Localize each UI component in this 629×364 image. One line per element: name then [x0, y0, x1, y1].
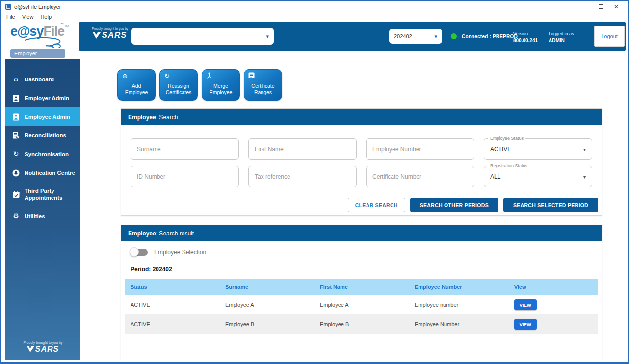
- menu-file[interactable]: File: [6, 14, 15, 20]
- sidebar-item-employer-admin[interactable]: Employer Admin: [5, 89, 80, 107]
- sidebar-item-third-party-appointments[interactable]: Third Party Appointments: [5, 182, 80, 207]
- logo-file-text: File~: [43, 24, 64, 39]
- certificate-icon: [248, 72, 255, 79]
- id-card-icon: [12, 94, 20, 102]
- certificate-number-input[interactable]: [366, 166, 474, 187]
- connection-status-text: Connected : PREPROD: [462, 34, 518, 39]
- maximize-button[interactable]: [599, 4, 603, 10]
- column-header-first-name: First Name: [314, 284, 409, 290]
- table-header-row: Status Surname First Name Employee Numbe…: [125, 279, 598, 295]
- sidebar-footer-sars-logo: Proudly brought to you by SARS: [5, 341, 80, 354]
- calendar-icon: [12, 190, 20, 198]
- column-header-surname: Surname: [219, 284, 314, 290]
- menu-help[interactable]: Help: [40, 14, 52, 20]
- merge-employee-button[interactable]: MergeEmployee: [202, 69, 240, 101]
- surname-input[interactable]: [131, 138, 239, 160]
- sidebar: ⌂ Dashboard Employer Admin Employee Admi…: [5, 59, 80, 360]
- sars-chevron-icon: [27, 346, 34, 352]
- search-selected-period-button[interactable]: SEARCH SELECTED PERIOD: [503, 198, 598, 212]
- gear-icon: ⚙: [12, 212, 20, 220]
- close-button[interactable]: ✕: [614, 4, 619, 10]
- clear-search-button[interactable]: CLEAR SEARCH: [348, 198, 405, 212]
- employee-status-label: Employee Status: [488, 136, 525, 141]
- logged-in-label: Logged in as:: [549, 31, 575, 37]
- cell-status: ACTIVE: [125, 321, 219, 327]
- search-other-periods-button[interactable]: SEARCH OTHER PERIODS: [410, 198, 498, 212]
- cell-surname: Employee B: [219, 321, 314, 327]
- chevron-down-icon: ▾: [434, 33, 437, 40]
- company-select[interactable]: ▾: [131, 28, 274, 45]
- registration-status-value: ALL: [490, 173, 500, 180]
- panel-title: Employee: [128, 230, 156, 237]
- employee-number-input[interactable]: [366, 138, 474, 160]
- registration-status-label: Registration Status: [488, 163, 529, 168]
- logo-tm-mark: TM: [64, 24, 68, 27]
- results-table: Status Surname First Name Employee Numbe…: [125, 279, 598, 334]
- id-number-input[interactable]: [131, 166, 239, 187]
- employee-search-result-panel-header: Employee : Search result: [121, 225, 602, 241]
- document-icon: [12, 131, 20, 139]
- table-row: ACTIVE Employee B Employee B Employee Nu…: [125, 314, 598, 334]
- toggle-knob: [130, 247, 139, 257]
- view-button[interactable]: VIEW: [514, 319, 537, 330]
- employee-selection-row: Employee Selection: [131, 249, 602, 256]
- add-employee-button[interactable]: ⊕ AddEmployee: [117, 69, 156, 101]
- action-button-row: ⊕ AddEmployee ↻ ReassignCertificates Mer…: [117, 69, 282, 101]
- employer-badge: Employer: [10, 49, 65, 58]
- easyfile-logo: e@syFile~TM Employer: [10, 24, 78, 58]
- sidebar-item-notification-centre[interactable]: Third Party Appointments Notification Ce…: [5, 163, 80, 182]
- top-header-band: Proudly brought to you by SARS ▾ 202402 …: [79, 22, 626, 51]
- cell-employee-number: Employee Number: [409, 321, 508, 327]
- panel-title: Employee: [128, 114, 156, 121]
- home-icon: ⌂: [12, 76, 20, 83]
- minimize-button[interactable]: –: [584, 4, 588, 10]
- sars-chevron-icon: [93, 32, 101, 39]
- maximize-icon: [599, 4, 603, 9]
- sars-tagline: Proudly brought to you by: [92, 27, 128, 30]
- version-label: Version:: [513, 31, 538, 37]
- logged-in-value: ADMIN: [549, 37, 575, 44]
- window-title: e@syFile Employer: [14, 4, 61, 10]
- certificate-ranges-button[interactable]: CertificateRanges: [244, 69, 282, 101]
- sidebar-item-employee-admin[interactable]: Employee Admin: [5, 107, 80, 126]
- person-icon: [206, 72, 213, 79]
- employee-selection-toggle[interactable]: [131, 249, 148, 256]
- connection-status-dot: [451, 33, 457, 39]
- refresh-icon: ↻: [163, 72, 171, 79]
- cell-surname: Employee A: [219, 302, 314, 308]
- menu-view[interactable]: View: [22, 14, 34, 20]
- sidebar-item-label: Employee Admin: [25, 113, 70, 120]
- id-card-icon: [12, 113, 20, 121]
- period-select[interactable]: 202402 ▾: [389, 29, 442, 44]
- app-icon: [5, 4, 11, 10]
- sidebar-item-label: Notification Centre: [25, 169, 75, 176]
- sidebar-item-utilities[interactable]: ⚙ Utilities: [5, 207, 80, 226]
- mouse-cord-icon: [24, 37, 71, 48]
- period-select-value: 202402: [394, 33, 412, 39]
- sidebar-item-label: Synchronisation: [25, 151, 69, 157]
- column-header-status: Status: [125, 284, 219, 290]
- sidebar-item-label: Employer Admin: [25, 95, 69, 102]
- logged-in-info: Logged in as: ADMIN: [549, 31, 575, 44]
- registration-status-select[interactable]: Registration Status ALL ▾: [484, 166, 592, 187]
- reassign-certificates-button[interactable]: ↻ ReassignCertificates: [159, 69, 198, 101]
- first-name-input[interactable]: [248, 138, 357, 160]
- version-value: 800.00.241: [513, 37, 538, 44]
- view-button[interactable]: VIEW: [514, 299, 537, 310]
- sidebar-item-label: Reconciliations: [25, 132, 66, 139]
- logo-tilde-decoration: ~: [60, 20, 64, 27]
- tax-reference-input[interactable]: [248, 166, 357, 187]
- period-label: Period: 202402: [131, 266, 602, 273]
- sidebar-item-label: Utilities: [25, 213, 45, 220]
- employee-status-select[interactable]: Employee Status ACTIVE ▾: [484, 138, 592, 160]
- app-window: e@syFile Employer – ✕ File View Help e@s…: [0, 0, 629, 364]
- sidebar-item-synchronisation[interactable]: ↻ Synchronisation: [5, 145, 80, 163]
- add-circle-icon: ⊕: [121, 72, 129, 79]
- chevron-down-icon: ▾: [266, 33, 269, 40]
- sidebar-item-dashboard[interactable]: ⌂ Dashboard: [5, 70, 80, 89]
- sars-tagline: Proudly brought to you by: [5, 341, 80, 344]
- logout-button[interactable]: Logout: [594, 26, 625, 47]
- bell-icon: [12, 169, 20, 177]
- sars-name: SARS: [102, 30, 127, 40]
- sidebar-item-reconciliations[interactable]: Reconciliations: [5, 126, 80, 145]
